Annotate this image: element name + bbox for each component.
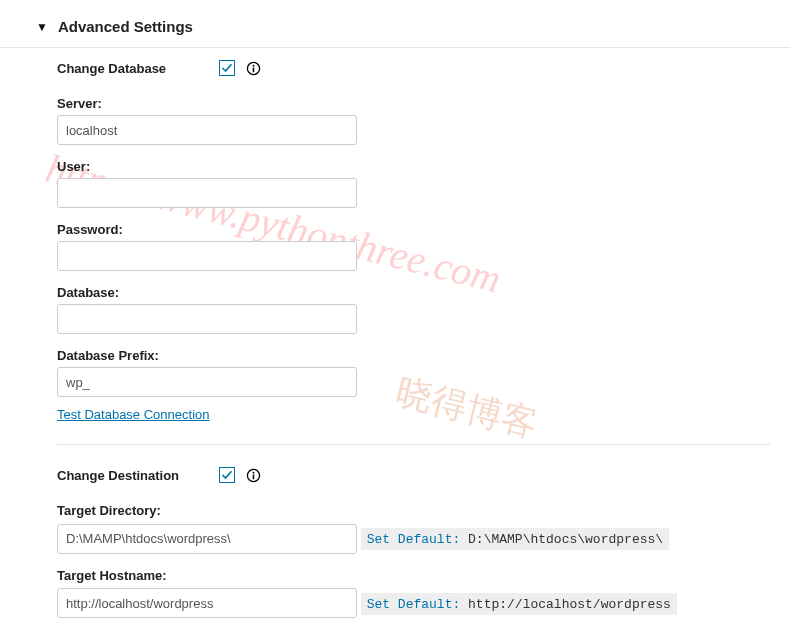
section-divider — [57, 444, 770, 445]
prefix-label: Database Prefix: — [57, 348, 770, 363]
change-database-row: Change Database — [57, 60, 770, 76]
change-destination-row: Change Destination — [57, 467, 770, 483]
svg-point-1 — [252, 64, 254, 66]
prefix-input[interactable] — [57, 367, 357, 397]
change-database-checkbox[interactable] — [219, 60, 235, 76]
user-field-group: User: — [57, 159, 770, 208]
target-dir-field-group: Target Directory: Set Default: D:\MAMP\h… — [57, 503, 770, 554]
user-input[interactable] — [57, 178, 357, 208]
database-field-group: Database: — [57, 285, 770, 334]
svg-rect-2 — [252, 67, 254, 72]
change-database-label: Change Database — [57, 61, 219, 76]
prefix-field-group: Database Prefix: — [57, 348, 770, 397]
server-input[interactable] — [57, 115, 357, 145]
target-dir-input[interactable] — [57, 524, 357, 554]
section-title: Advanced Settings — [58, 18, 193, 35]
change-destination-checkbox[interactable] — [219, 467, 235, 483]
content-body: Change Database Server: User: Password: … — [0, 60, 790, 618]
set-default-label: Set Default: — [367, 532, 461, 547]
set-default-value: http://localhost/wordpress — [460, 597, 671, 612]
set-default-value: D:\MAMP\htdocs\wordpress\ — [460, 532, 663, 547]
database-input[interactable] — [57, 304, 357, 334]
svg-point-4 — [252, 471, 254, 473]
server-field-group: Server: — [57, 96, 770, 145]
check-icon — [221, 62, 233, 74]
change-destination-label: Change Destination — [57, 468, 219, 483]
target-dir-label: Target Directory: — [57, 503, 770, 518]
target-dir-default[interactable]: Set Default: D:\MAMP\htdocs\wordpress\ — [361, 528, 669, 550]
target-host-label: Target Hostname: — [57, 568, 770, 583]
password-field-group: Password: — [57, 222, 770, 271]
test-connection-link[interactable]: Test Database Connection — [57, 407, 209, 422]
password-input[interactable] — [57, 241, 357, 271]
target-host-input[interactable] — [57, 588, 357, 618]
database-label: Database: — [57, 285, 770, 300]
target-host-default[interactable]: Set Default: http://localhost/wordpress — [361, 593, 677, 615]
user-label: User: — [57, 159, 770, 174]
target-host-field-group: Target Hostname: Set Default: http://loc… — [57, 568, 770, 619]
server-label: Server: — [57, 96, 770, 111]
set-default-label: Set Default: — [367, 597, 461, 612]
svg-rect-5 — [252, 474, 254, 479]
password-label: Password: — [57, 222, 770, 237]
info-icon[interactable] — [245, 60, 261, 76]
check-icon — [221, 469, 233, 481]
section-header[interactable]: ▼ Advanced Settings — [0, 0, 790, 48]
collapse-triangle-icon: ▼ — [36, 20, 48, 34]
info-icon[interactable] — [245, 467, 261, 483]
